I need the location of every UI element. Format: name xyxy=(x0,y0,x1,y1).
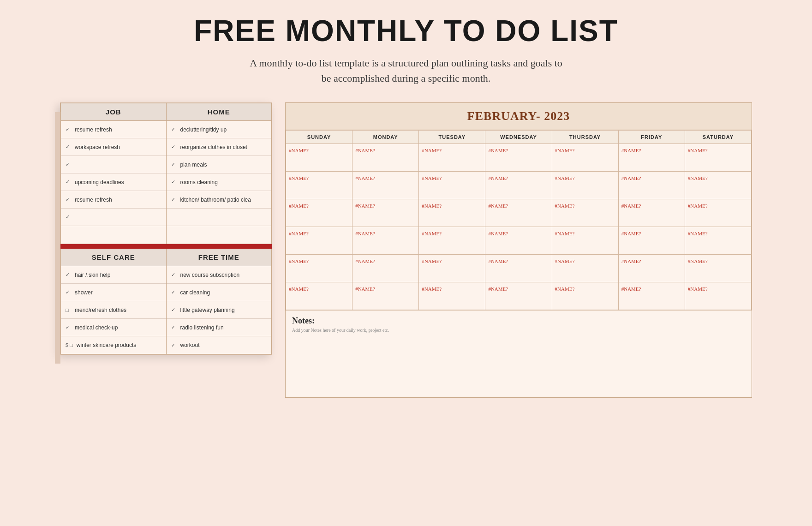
check-icon: ✓ xyxy=(66,161,71,167)
calendar-cell: #NAME? xyxy=(485,144,552,172)
calendar-cell: #NAME? xyxy=(552,282,618,310)
calendar-cell: #NAME? xyxy=(618,255,685,282)
item-label: workspace refresh xyxy=(75,144,120,150)
calendar-cell: #NAME? xyxy=(286,172,352,199)
calendar-cell: #NAME? xyxy=(352,255,419,282)
day-header-thursday: THURSDAY xyxy=(552,131,618,144)
notes-lines xyxy=(292,336,745,392)
list-item: ✓ workout xyxy=(167,336,272,354)
calendar-cell: #NAME? xyxy=(352,199,419,227)
list-item: ✓ plan meals xyxy=(167,156,272,173)
list-item: ✓ upcoming deadlines xyxy=(61,173,166,191)
page-subtitle: A monthly to-do list template is a struc… xyxy=(245,55,567,86)
check-icon: ✓ xyxy=(66,179,71,185)
check-icon: ✓ xyxy=(66,289,71,295)
calendar-cell: #NAME? xyxy=(352,282,419,310)
list-item: ✓ resume refresh xyxy=(61,121,166,138)
list-item: ✓ xyxy=(61,209,166,226)
day-header-tuesday: TUESDAY xyxy=(419,131,485,144)
check-icon: ✓ xyxy=(66,272,71,278)
calendar-cell: #NAME? xyxy=(552,255,618,282)
section-divider xyxy=(60,244,272,249)
calendar-cell: #NAME? xyxy=(552,144,618,172)
list-item: ✓ xyxy=(61,156,166,173)
shadow-tab xyxy=(55,112,60,364)
calendar-cell: #NAME? xyxy=(618,172,685,199)
list-item: ✓ kitchen/ bathroom/ patio clea xyxy=(167,191,272,209)
calendar-header-row: SUNDAY MONDAY TUESDAY WEDNESDAY THURSDAY… xyxy=(286,131,752,144)
calendar-cell: #NAME? xyxy=(552,199,618,227)
list-item: ✓ reorganize clothes in closet xyxy=(167,138,272,156)
item-label: medical check-up xyxy=(75,324,118,331)
day-header-wednesday: WEDNESDAY xyxy=(485,131,552,144)
list-item xyxy=(167,209,272,226)
calendar-cell: #NAME? xyxy=(286,199,352,227)
item-label: resume refresh xyxy=(75,126,112,133)
list-item: □ mend/refresh clothes xyxy=(61,301,166,319)
item-label: radio listening fun xyxy=(180,324,224,331)
calendar-cell: #NAME? xyxy=(485,255,552,282)
check-icon: ✓ xyxy=(171,126,177,132)
calendar-cell: #NAME? xyxy=(618,144,685,172)
list-item: ✓ rooms cleaning xyxy=(167,173,272,191)
check-icon: $ □ xyxy=(66,342,73,348)
freetime-header: FREE TIME xyxy=(167,249,272,266)
calendar-row: #NAME?#NAME?#NAME?#NAME?#NAME?#NAME?#NAM… xyxy=(286,172,752,199)
list-item: ✓ workspace refresh xyxy=(61,138,166,156)
day-header-sunday: SUNDAY xyxy=(286,131,352,144)
page-container: FREE MONTHLY TO DO LIST A monthly to-do … xyxy=(0,0,812,526)
calendar-grid: SUNDAY MONDAY TUESDAY WEDNESDAY THURSDAY… xyxy=(286,130,752,310)
list-item: $ □ winter skincare products xyxy=(61,336,166,354)
check-icon: ✓ xyxy=(66,324,71,330)
list-item: ✓ little gateway planning xyxy=(167,301,272,319)
item-label: little gateway planning xyxy=(180,307,235,313)
calendar-cell: #NAME? xyxy=(286,282,352,310)
calendar-cell: #NAME? xyxy=(286,227,352,255)
notes-title: Notes: xyxy=(292,316,745,326)
list-item: ✓ resume refresh xyxy=(61,191,166,209)
calendar-cell: #NAME? xyxy=(485,199,552,227)
calendar-cell: #NAME? xyxy=(419,255,485,282)
item-label: decluttering/tidy up xyxy=(180,126,227,133)
item-label: workout xyxy=(180,342,200,348)
check-icon: ✓ xyxy=(171,144,177,150)
home-column: HOME ✓ decluttering/tidy up ✓ reorganize… xyxy=(167,103,272,244)
list-item: ✓ decluttering/tidy up xyxy=(167,121,272,138)
todo-panel: JOB ✓ resume refresh ✓ workspace refresh… xyxy=(60,102,272,355)
list-item: ✓ hair /.skin help xyxy=(61,266,166,284)
calendar-cell: #NAME? xyxy=(552,227,618,255)
check-icon: ✓ xyxy=(66,144,71,150)
item-label: kitchen/ bathroom/ patio clea xyxy=(180,197,251,203)
item-label: plan meals xyxy=(180,161,207,168)
calendar-cell: #NAME? xyxy=(352,227,419,255)
calendar-cell: #NAME? xyxy=(352,144,419,172)
calendar-cell: #NAME? xyxy=(352,172,419,199)
day-header-monday: MONDAY xyxy=(352,131,419,144)
calendar-cell: #NAME? xyxy=(419,144,485,172)
calendar-cell: #NAME? xyxy=(419,199,485,227)
calendar-title: FEBRUARY- 2023 xyxy=(286,103,752,130)
notes-section: Notes: Add your Notes here of your daily… xyxy=(286,310,752,397)
item-label: upcoming deadlines xyxy=(75,179,124,185)
list-item xyxy=(167,226,272,244)
check-icon: ✓ xyxy=(171,179,177,185)
list-item: ✓ shower xyxy=(61,284,166,301)
calendar-cell: #NAME? xyxy=(286,255,352,282)
list-item: ✓ new course subscription xyxy=(167,266,272,284)
list-item: ✓ car cleaning xyxy=(167,284,272,301)
item-label: hair /.skin help xyxy=(75,272,110,278)
list-item: ✓ radio listening fun xyxy=(167,319,272,336)
selfcare-column: SELF CARE ✓ hair /.skin help ✓ shower □ … xyxy=(60,249,167,354)
check-icon: ✓ xyxy=(66,197,71,203)
day-header-saturday: SATURDAY xyxy=(685,131,751,144)
notes-subtitle: Add your Notes here of your daily work, … xyxy=(292,328,745,333)
calendar-cell: #NAME? xyxy=(685,172,751,199)
check-icon: ✓ xyxy=(171,342,177,348)
item-label: new course subscription xyxy=(180,272,240,278)
check-icon: □ xyxy=(66,307,71,313)
calendar-cell: #NAME? xyxy=(419,282,485,310)
item-label: rooms cleaning xyxy=(180,179,218,185)
calendar-cell: #NAME? xyxy=(419,172,485,199)
calendar-cell: #NAME? xyxy=(618,199,685,227)
job-column: JOB ✓ resume refresh ✓ workspace refresh… xyxy=(60,103,167,244)
